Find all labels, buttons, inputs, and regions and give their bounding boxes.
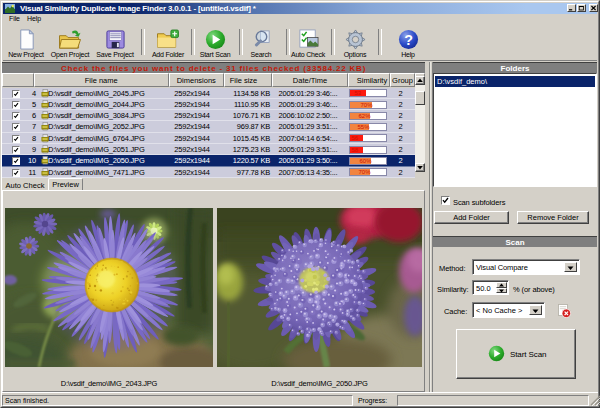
svg-text:?: ?: [404, 32, 413, 48]
